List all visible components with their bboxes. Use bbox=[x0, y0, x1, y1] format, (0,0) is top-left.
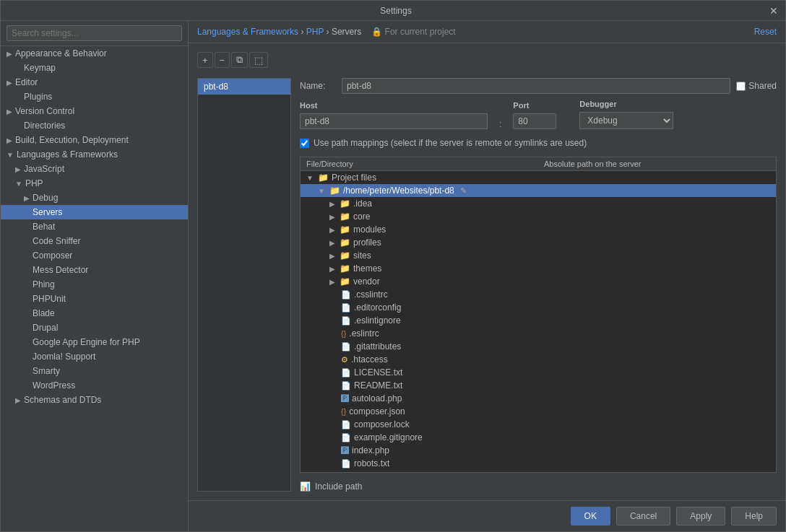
sidebar-item-javascript[interactable]: ▶JavaScript bbox=[1, 162, 188, 176]
file-cell: ⚙ .htaccess bbox=[301, 354, 538, 365]
sidebar-item-phpunit[interactable]: PHPUnit bbox=[1, 292, 188, 306]
file-row[interactable]: {} .eslintrc bbox=[301, 327, 776, 340]
add-server-button[interactable]: + bbox=[197, 52, 213, 68]
sidebar-item-plugins[interactable]: Plugins bbox=[1, 90, 188, 104]
file-row[interactable]: 📄 composer.lock bbox=[301, 418, 776, 431]
server-list-item[interactable]: pbt-d8 bbox=[198, 79, 290, 95]
abs-path-cell bbox=[538, 437, 776, 438]
file-icon: 📄 bbox=[341, 433, 351, 442]
file-cell: ▶ 📁 .idea bbox=[301, 198, 538, 209]
special-file-icon: ⚙ bbox=[341, 355, 348, 365]
file-row[interactable]: 🅿 index.php bbox=[301, 444, 776, 457]
abs-path-cell bbox=[538, 346, 776, 347]
file-label: .htaccess bbox=[351, 354, 388, 365]
file-row[interactable]: 📄 README.txt bbox=[301, 379, 776, 392]
sidebar-item-debug[interactable]: ▶Debug bbox=[1, 191, 188, 205]
file-icon: 📄 bbox=[341, 420, 351, 429]
file-row[interactable]: 📄 .editorconfig bbox=[301, 301, 776, 314]
file-tree-body: ▼ 📁 Project files ▼ 📁 /home/peter/Websit… bbox=[301, 171, 776, 472]
file-cell: 🅿 autoload.php bbox=[301, 393, 538, 404]
col-file-header: File/Directory bbox=[301, 157, 538, 170]
sidebar-item-keymap[interactable]: Keymap bbox=[1, 61, 188, 75]
sidebar-item-schemas[interactable]: ▶Schemas and DTDs bbox=[1, 393, 188, 407]
abs-path-cell bbox=[538, 190, 776, 191]
port-input[interactable] bbox=[513, 113, 556, 129]
use-path-mappings-checkbox[interactable] bbox=[300, 139, 309, 148]
file-row[interactable]: ▶ 📁 sites bbox=[301, 249, 776, 262]
sidebar-item-code-sniffer[interactable]: Code Sniffer bbox=[1, 234, 188, 248]
reset-button[interactable]: Reset bbox=[754, 27, 777, 37]
tree-expand-arrow: ▶ bbox=[329, 239, 335, 247]
file-row[interactable]: 📄 LICENSE.txt bbox=[301, 366, 776, 379]
close-icon[interactable]: ✕ bbox=[769, 5, 778, 17]
file-row[interactable]: ▼ 📁 /home/peter/Websites/pbt-d8 ✎ bbox=[301, 184, 776, 197]
apply-button[interactable]: Apply bbox=[676, 507, 725, 526]
move-server-button[interactable]: ⬚ bbox=[249, 52, 268, 68]
file-row[interactable]: 📄 .eslintignore bbox=[301, 314, 776, 327]
abs-path-cell bbox=[538, 216, 776, 217]
sidebar-item-label: Appearance & Behavior bbox=[15, 48, 107, 58]
file-cell: {} .eslintrc bbox=[301, 328, 538, 339]
sidebar-item-wordpress[interactable]: WordPress bbox=[1, 378, 188, 393]
file-row[interactable]: 📄 .gitattributes bbox=[301, 340, 776, 353]
sidebar-item-appearance[interactable]: ▶Appearance & Behavior bbox=[1, 46, 188, 61]
file-row[interactable]: 📄 .csslintrc bbox=[301, 288, 776, 301]
file-cell: 📄 .csslintrc bbox=[301, 289, 538, 300]
file-row[interactable]: ▶ 📁 profiles bbox=[301, 236, 776, 249]
sidebar-item-editor[interactable]: ▶Editor bbox=[1, 75, 188, 90]
remove-server-button[interactable]: − bbox=[215, 52, 230, 68]
sidebar-item-drupal[interactable]: Drupal bbox=[1, 320, 188, 335]
sidebar-item-composer[interactable]: Composer bbox=[1, 248, 188, 263]
name-input[interactable] bbox=[342, 78, 730, 94]
abs-path-cell bbox=[538, 281, 776, 282]
shared-checkbox[interactable] bbox=[736, 82, 746, 91]
debugger-select[interactable]: Xdebug Zend Debugger bbox=[579, 112, 673, 129]
breadcrumb-languages[interactable]: Languages & Frameworks bbox=[197, 27, 298, 37]
file-row[interactable]: ▶ 📁 .idea bbox=[301, 197, 776, 210]
file-cell: ▼ 📁 /home/peter/Websites/pbt-d8 ✎ bbox=[301, 185, 538, 196]
ok-button[interactable]: OK bbox=[571, 507, 610, 526]
sidebar: ▶Appearance & BehaviorKeymap▶EditorPlugi… bbox=[1, 21, 189, 531]
sidebar-item-google-app-engine[interactable]: Google App Engine for PHP bbox=[1, 335, 188, 349]
file-icon: 📄 bbox=[341, 368, 351, 378]
file-cell: 📄 .editorconfig bbox=[301, 302, 538, 313]
file-row[interactable]: ▶ 📁 themes bbox=[301, 262, 776, 275]
sidebar-item-version-control[interactable]: ▶Version Control bbox=[1, 104, 188, 118]
search-input[interactable] bbox=[7, 25, 182, 41]
copy-server-button[interactable]: ⧉ bbox=[231, 52, 248, 68]
help-button[interactable]: Help bbox=[731, 507, 777, 526]
file-label: .gitattributes bbox=[354, 341, 401, 352]
abs-path-cell bbox=[538, 307, 776, 308]
file-row[interactable]: ▶ 📁 core bbox=[301, 210, 776, 223]
file-row[interactable]: {} composer.json bbox=[301, 405, 776, 418]
sidebar-item-directories[interactable]: Directories bbox=[1, 118, 188, 133]
sidebar-item-behat[interactable]: Behat bbox=[1, 219, 188, 234]
sidebar-item-blade[interactable]: Blade bbox=[1, 306, 188, 320]
cancel-button[interactable]: Cancel bbox=[616, 507, 670, 526]
sidebar-item-php[interactable]: ▼PHP bbox=[1, 176, 188, 191]
sidebar-item-phing[interactable]: Phing bbox=[1, 277, 188, 292]
file-cell: 📄 robots.txt bbox=[301, 458, 538, 469]
sidebar-item-mess-detector[interactable]: Mess Detector bbox=[1, 263, 188, 277]
sidebar-item-servers[interactable]: Servers bbox=[1, 205, 188, 219]
file-row[interactable]: ▶ 📁 modules bbox=[301, 223, 776, 236]
sidebar-item-smarty[interactable]: Smarty bbox=[1, 364, 188, 378]
file-icon: 📄 bbox=[341, 381, 351, 391]
folder-icon: 📁 bbox=[340, 237, 350, 248]
file-row[interactable]: ▶ 📁 vendor bbox=[301, 275, 776, 288]
file-row[interactable]: ▼ 📁 Project files bbox=[301, 171, 776, 184]
sidebar-item-label: Google App Engine for PHP bbox=[33, 337, 140, 347]
file-row[interactable]: 🅿 update.php bbox=[301, 470, 776, 472]
edit-path-icon[interactable]: ✎ bbox=[460, 186, 467, 196]
file-row[interactable]: 📄 example.gitignore bbox=[301, 431, 776, 444]
sidebar-item-label: JavaScript bbox=[24, 164, 64, 174]
breadcrumb-php[interactable]: PHP bbox=[306, 27, 324, 37]
host-input[interactable] bbox=[300, 113, 488, 129]
sidebar-item-build[interactable]: ▶Build, Execution, Deployment bbox=[1, 133, 188, 147]
file-row[interactable]: ⚙ .htaccess bbox=[301, 353, 776, 366]
file-row[interactable]: 📄 robots.txt bbox=[301, 457, 776, 470]
file-row[interactable]: 🅿 autoload.php bbox=[301, 392, 776, 405]
sidebar-item-languages[interactable]: ▼Languages & Frameworks bbox=[1, 147, 188, 162]
sidebar-item-joomla[interactable]: Joomla! Support bbox=[1, 349, 188, 364]
file-label: autoload.php bbox=[352, 393, 402, 404]
